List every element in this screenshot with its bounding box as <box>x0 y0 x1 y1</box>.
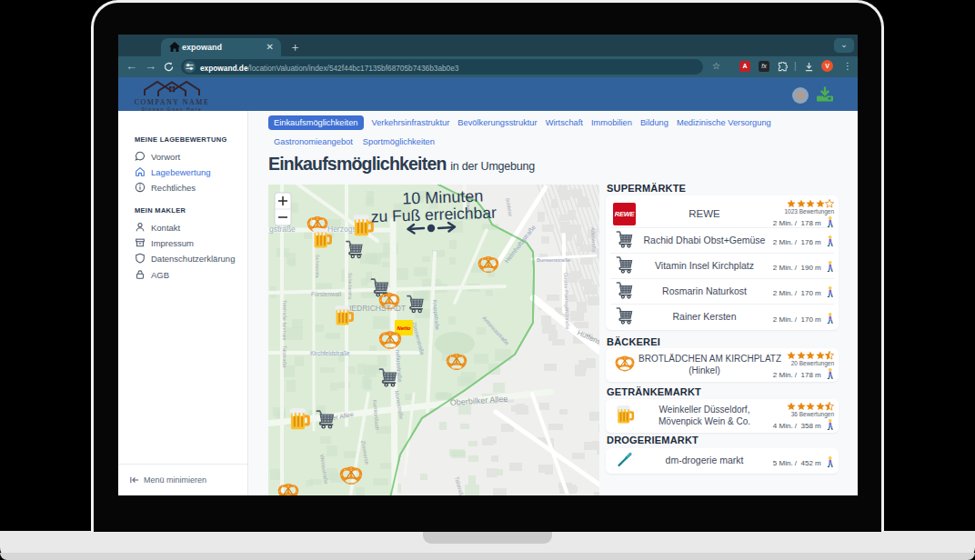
svg-text:Kirchfeldstraße: Kirchfeldstraße <box>310 350 350 356</box>
svg-text:Aderstraße: Aderstraße <box>590 227 597 252</box>
svg-text:Schmoista: Schmoista <box>315 255 320 279</box>
svg-text:Herzogst: Herzogst <box>327 225 359 234</box>
svg-text:Scheibestra: Scheibestra <box>347 273 353 300</box>
svg-text:Netto: Netto <box>397 325 411 331</box>
svg-text:Totstraße fahrtrale: Totstraße fahrtrale <box>282 300 287 341</box>
svg-text:Talstraße: Talstraße <box>282 345 287 368</box>
svg-text:Bunsenstraße: Bunsenstraße <box>537 257 571 263</box>
svg-text:Fürstenwall: Fürstenwall <box>311 291 342 297</box>
svg-text:COMPANY NAME: COMPANY NAME <box>135 98 210 106</box>
svg-text:gstraße: gstraße <box>269 225 296 234</box>
